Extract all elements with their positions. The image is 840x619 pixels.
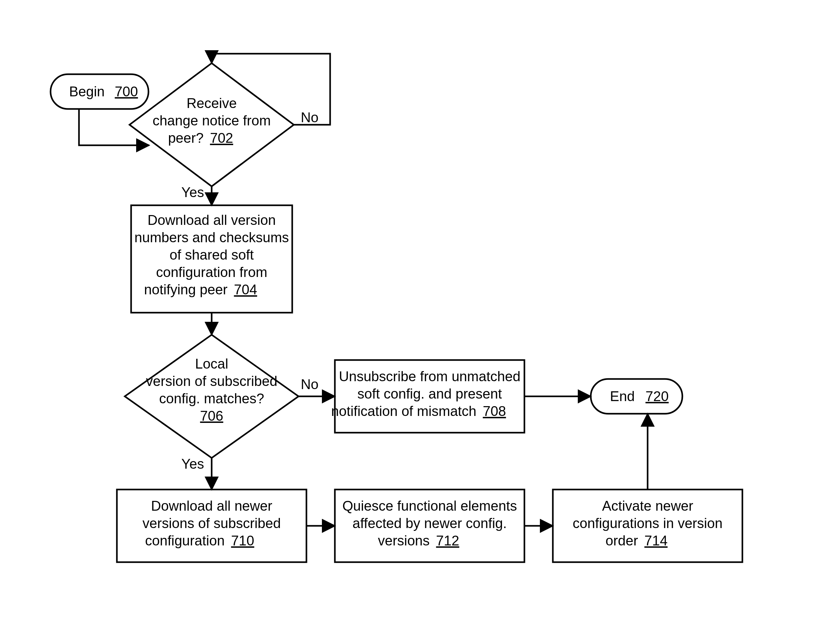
- proc704-line4: configuration from: [156, 264, 267, 280]
- dec702-ref: 702: [210, 130, 233, 146]
- dec702-line3-container: peer? 702: [168, 130, 233, 146]
- proc712-line3-container: versions 712: [378, 533, 459, 548]
- begin-label: Begin: [69, 84, 105, 99]
- dec706-line2: version of subscribed: [146, 373, 277, 389]
- dec702-line2: change notice from: [153, 113, 271, 128]
- process-714: Activate newer configurations in version…: [553, 489, 743, 562]
- proc714-ref: 714: [644, 533, 668, 548]
- proc712-line1: Quiesce functional elements: [343, 498, 517, 513]
- proc710-line3: configuration: [145, 533, 225, 548]
- proc710-line1: Download all newer: [151, 498, 272, 513]
- edge-702-no-label: No: [301, 109, 319, 125]
- dec706-line3: config. matches?: [159, 391, 264, 406]
- proc714-line1: Activate newer: [602, 498, 693, 513]
- proc704-ref: 704: [234, 282, 257, 297]
- proc710-line2: versions of subscribed: [142, 516, 281, 531]
- proc708-line3-container: notification of mismatch 708: [331, 403, 506, 419]
- proc710-ref: 710: [231, 533, 254, 548]
- dec702-line1: Receive: [187, 96, 237, 111]
- proc704-line5: notifying peer: [144, 282, 228, 297]
- process-708: Unsubscribe from unmatched soft config. …: [331, 360, 524, 433]
- proc712-line3: versions: [378, 533, 430, 548]
- edge-702-yes-label: Yes: [181, 184, 204, 200]
- proc712-ref: 712: [436, 533, 459, 548]
- proc708-line1: Unsubscribe from unmatched: [339, 369, 521, 384]
- edge-706-yes-label: Yes: [181, 456, 204, 471]
- begin-ref: 700: [115, 84, 138, 99]
- end-node: End 720: [591, 379, 682, 414]
- proc704-line5-container: notifying peer 704: [144, 282, 257, 297]
- proc704-line2: numbers and checksums: [134, 230, 289, 245]
- process-710: Download all newer versions of subscribe…: [117, 489, 307, 562]
- process-712: Quiesce functional elements affected by …: [335, 489, 524, 562]
- end-label: End: [610, 389, 635, 404]
- decision-702: Receive change notice from peer? 702: [130, 63, 294, 186]
- edge-706-no-label: No: [301, 377, 319, 392]
- proc714-line3: order: [606, 533, 638, 548]
- dec706-line1: Local: [195, 356, 228, 371]
- proc704-line1: Download all version: [148, 212, 276, 228]
- decision-706: Local version of subscribed config. matc…: [125, 335, 298, 458]
- dec706-ref: 706: [200, 408, 223, 423]
- process-704: Download all version numbers and checksu…: [131, 205, 292, 312]
- begin-node: Begin 700: [51, 74, 148, 109]
- proc704-line3: of shared soft: [170, 247, 254, 262]
- proc712-line2: affected by newer config.: [353, 516, 507, 531]
- proc714-line3-container: order 714: [606, 533, 668, 548]
- dec702-line3: peer?: [168, 130, 204, 146]
- proc714-line2: configurations in version: [573, 516, 722, 531]
- proc710-line3-container: configuration 710: [145, 533, 254, 548]
- proc708-line2: soft config. and present: [357, 386, 502, 401]
- proc708-ref: 708: [483, 403, 506, 419]
- proc708-line3: notification of mismatch: [331, 403, 476, 419]
- end-ref: 720: [645, 389, 668, 404]
